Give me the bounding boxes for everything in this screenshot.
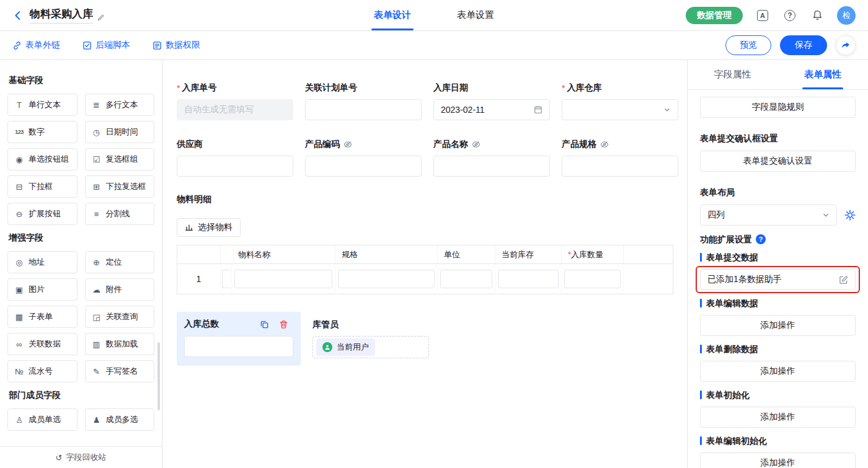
edit-assistant-icon[interactable]: [839, 275, 848, 285]
field-type-dropdown[interactable]: ⊟下拉框: [7, 175, 78, 198]
field-type-multi-line-text[interactable]: ≣多行文本: [85, 94, 155, 116]
stock-cell-input[interactable]: [498, 270, 559, 288]
sidebar-scrollbar[interactable]: [157, 342, 160, 410]
form-external-link[interactable]: 表单外链: [12, 40, 60, 51]
field-type-image[interactable]: ▣图片: [7, 278, 78, 301]
extension-help-icon[interactable]: ?: [756, 234, 766, 244]
multi-line-text-icon: ≣: [92, 100, 102, 110]
field-warehouse[interactable]: *入库仓库: [562, 82, 678, 120]
permission-icon: [153, 41, 162, 50]
keeper-box[interactable]: 当前用户: [312, 336, 429, 358]
field-keeper[interactable]: 库管员 当前用户: [312, 312, 429, 358]
language-icon[interactable]: A: [755, 8, 770, 23]
add-action-delete-data-button[interactable]: 添加操作: [700, 361, 856, 382]
field-recycle-bin[interactable]: ↺ 字段回收站: [0, 446, 162, 468]
field-type-attachment[interactable]: ☁附件: [85, 278, 155, 301]
title-wrap: 物料采购入库: [30, 7, 105, 24]
field-type-signature[interactable]: ✎手写签名: [85, 360, 155, 382]
required-mark: *: [562, 83, 565, 93]
col-filler-header: [624, 245, 673, 263]
field-type-linked-query[interactable]: ◲关联查询: [85, 306, 155, 328]
hidden-cell-input[interactable]: [222, 270, 231, 288]
quantity-cell-input[interactable]: [564, 270, 621, 288]
delete-field-icon[interactable]: [279, 320, 288, 329]
field-product-code[interactable]: 产品编码: [305, 139, 422, 177]
layout-select[interactable]: 四列: [700, 205, 837, 226]
data-assistant-box[interactable]: 已添加1条数据助手: [700, 269, 856, 290]
total-input[interactable]: [184, 336, 293, 357]
field-type-serial-number[interactable]: №流水号: [7, 360, 78, 382]
avatar[interactable]: 检: [837, 6, 856, 25]
field-type-member-multi[interactable]: ♟成员多选: [85, 408, 155, 431]
copy-field-icon[interactable]: [260, 320, 269, 329]
spec-cell-input[interactable]: [338, 270, 435, 288]
field-supplier[interactable]: 供应商: [177, 139, 293, 177]
backend-script-link[interactable]: 后端脚本: [82, 40, 130, 51]
field-product-name[interactable]: 产品名称: [433, 139, 550, 177]
back-chevron-icon: [12, 10, 24, 21]
field-type-address[interactable]: ◎地址: [7, 251, 78, 273]
field-type-linked-data[interactable]: ∞关联数据: [7, 333, 78, 355]
field-type-location[interactable]: ⊕定位: [85, 251, 155, 273]
field-order-no[interactable]: *入库单号 自动生成无需填写: [177, 82, 293, 120]
field-plan-no[interactable]: 关联计划单号: [305, 82, 422, 120]
field-type-extend-button[interactable]: ⊖扩展按钮: [7, 203, 78, 225]
hidden-eye-icon: [472, 140, 480, 149]
edit-title-icon[interactable]: [97, 14, 105, 22]
tab-form-settings[interactable]: 表单设置: [454, 0, 497, 30]
confirm-setting-title: 表单提交确认框设置: [700, 133, 856, 143]
gear-icon[interactable]: [844, 210, 856, 221]
field-type-data-load[interactable]: ▥数据加载: [85, 333, 155, 355]
material-name-cell-input[interactable]: [234, 270, 332, 288]
section-basic-fields: 基础字段: [9, 75, 153, 86]
group-submit-data: 表单提交数据: [700, 252, 856, 262]
field-type-datetime[interactable]: ◷日期时间: [85, 121, 155, 143]
tab-form-properties[interactable]: 表单属性: [778, 60, 868, 89]
field-type-checkbox-group[interactable]: ☑复选框组: [85, 148, 155, 170]
order-no-input[interactable]: 自动生成无需填写: [177, 99, 293, 120]
field-type-radio-group[interactable]: ◉单选按钮组: [7, 148, 78, 170]
field-product-spec[interactable]: 产品规格: [562, 139, 678, 177]
tab-field-properties[interactable]: 字段属性: [688, 60, 778, 89]
linked-query-icon: ◲: [92, 312, 102, 322]
field-type-divider[interactable]: ≡分割线: [85, 203, 155, 225]
add-action-edit-data-button[interactable]: 添加操作: [700, 315, 856, 336]
warehouse-select[interactable]: [562, 99, 678, 120]
layout-title: 表单布局: [700, 187, 856, 197]
current-user-tag[interactable]: 当前用户: [316, 338, 375, 356]
data-manage-button[interactable]: 数据管理: [686, 7, 743, 24]
select-material-button[interactable]: 选择物料: [177, 218, 241, 237]
product-code-input[interactable]: [305, 156, 422, 177]
supplier-input[interactable]: [177, 156, 293, 177]
field-palette-sidebar: 基础字段 T单行文本 ≣多行文本 123数字 ◷日期时间 ◉单选按钮组 ☑复选框…: [0, 60, 162, 468]
display-rule-button[interactable]: 字段显隐规则: [700, 97, 856, 118]
field-type-single-line-text[interactable]: T单行文本: [7, 94, 78, 116]
help-icon[interactable]: ?: [782, 8, 797, 23]
toolbar-actions: 预览 保存: [725, 35, 856, 55]
group-delete-data: 表单删除数据: [700, 344, 856, 354]
field-type-multi-dropdown[interactable]: ⊞下拉复选框: [85, 175, 155, 198]
inbound-date-input[interactable]: 2023-02-11: [433, 99, 550, 120]
submit-confirm-button[interactable]: 表单提交确认设置: [700, 151, 856, 172]
field-material-detail[interactable]: 物料明细 选择物料 物料名称 规格 单位 当前库存 *入库数量: [177, 194, 687, 294]
preview-button[interactable]: 预览: [725, 35, 771, 55]
field-type-member-single[interactable]: ♙成员单选: [7, 408, 78, 431]
tab-form-design[interactable]: 表单设计: [371, 0, 414, 30]
back-button[interactable]: [12, 10, 24, 21]
bar-chart-icon: [185, 223, 193, 232]
field-inbound-date[interactable]: 入库日期 2023-02-11: [433, 82, 550, 120]
data-permission-link[interactable]: 数据权限: [153, 40, 200, 51]
plan-no-input[interactable]: [305, 99, 422, 120]
field-total-selected[interactable]: 入库总数: [177, 312, 301, 366]
add-action-edit-init-button[interactable]: 添加操作: [700, 453, 856, 468]
add-action-form-init-button[interactable]: 添加操作: [700, 407, 856, 428]
field-type-number[interactable]: 123数字: [7, 121, 78, 143]
notification-bell-icon[interactable]: [810, 8, 825, 23]
save-button[interactable]: 保存: [780, 35, 827, 55]
product-name-input[interactable]: [433, 156, 550, 177]
unit-cell-input[interactable]: [440, 270, 492, 288]
product-spec-input[interactable]: [562, 156, 678, 177]
hidden-eye-icon: [600, 140, 609, 149]
field-type-subform[interactable]: ▦子表单: [7, 306, 78, 328]
share-button[interactable]: [836, 35, 856, 55]
